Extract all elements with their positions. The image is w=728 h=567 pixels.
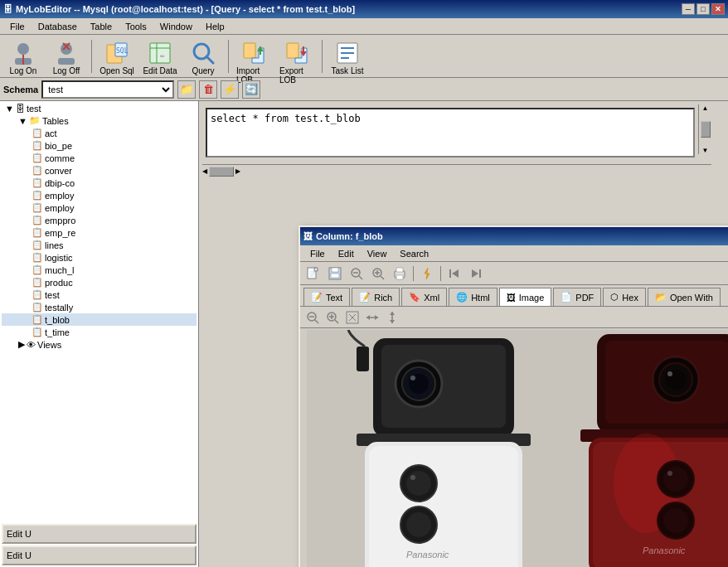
tree-item-much[interactable]: 📋 much_l xyxy=(2,264,197,276)
tree-item-testally[interactable]: 📋 testally xyxy=(2,301,197,313)
schema-delete-btn[interactable]: 🗑 xyxy=(199,80,217,99)
scroll-thumb[interactable] xyxy=(701,121,711,138)
menu-table[interactable]: Table xyxy=(84,20,119,33)
svg-marker-44 xyxy=(425,268,430,279)
table-icon: 📋 xyxy=(32,240,43,250)
tree-item-lines[interactable]: 📋 lines xyxy=(2,239,197,251)
menu-help[interactable]: Help xyxy=(199,20,231,33)
scroll-up-arrow[interactable]: ▲ xyxy=(702,104,709,112)
schema-select[interactable]: test xyxy=(41,80,174,99)
tab-rich[interactable]: 📝 Rich xyxy=(352,288,400,306)
tab-open-with[interactable]: 📂 Open With xyxy=(648,288,721,306)
tree-item-comme[interactable]: 📋 comme xyxy=(2,152,197,164)
dialog-back-btn[interactable] xyxy=(444,264,464,283)
zoom-out-btn[interactable] xyxy=(303,309,322,326)
import-lob-button[interactable]: Import LOB xyxy=(234,37,274,75)
zoom-width-btn[interactable] xyxy=(363,309,381,326)
tab-pdf-label: PDF xyxy=(575,293,594,303)
tree-item-empre[interactable]: 📋 emp_re xyxy=(2,226,197,239)
query-scrollbar-h[interactable]: ◀ ▶ xyxy=(202,164,711,177)
edit-data-button[interactable]: ✏ Edit Data xyxy=(140,37,180,75)
zoom-fit-btn[interactable] xyxy=(343,309,362,326)
tree-item-employ1[interactable]: 📋 employ xyxy=(2,189,197,201)
tab-rich-icon: 📝 xyxy=(359,292,371,303)
dialog-menu-view[interactable]: View xyxy=(361,247,394,260)
close-button[interactable]: ✕ xyxy=(711,3,725,15)
tree-item-conver[interactable]: 📋 conver xyxy=(2,164,197,177)
scroll-right-arrow[interactable]: ▶ xyxy=(235,167,240,175)
schema-refresh-btn[interactable]: 🔄 xyxy=(242,80,260,99)
logon-button[interactable]: Log On xyxy=(3,37,43,75)
edit-button-2[interactable]: Edit U xyxy=(2,545,197,565)
task-list-button[interactable]: Task List xyxy=(328,37,367,75)
tree-views-folder[interactable]: ▶ 👁 Views xyxy=(2,338,197,351)
tab-html[interactable]: 🌐 Html xyxy=(449,288,497,306)
maximize-button[interactable]: □ xyxy=(696,3,710,15)
menu-window[interactable]: Window xyxy=(153,20,199,33)
task-list-icon xyxy=(334,40,361,66)
tree-item-employ2[interactable]: 📋 employ xyxy=(2,201,197,214)
table-icon: 📋 xyxy=(32,153,43,163)
zoom-height-btn[interactable] xyxy=(383,309,401,326)
title-bar-left: 🗄 MyLobEditor -- Mysql (root@localhost:t… xyxy=(3,4,355,14)
schema-bar: Schema test 📁 🗑 ⚡ 🔄 xyxy=(0,78,728,101)
dialog-forward-btn[interactable] xyxy=(466,264,486,283)
query-button[interactable]: Query xyxy=(183,37,223,75)
tab-hex[interactable]: ⬡ Hex xyxy=(603,288,646,306)
tree-item-bio[interactable]: 📋 bio_pe xyxy=(2,139,197,152)
menu-database[interactable]: Database xyxy=(32,20,84,33)
logon-label: Log On xyxy=(10,66,37,75)
dialog-menu-edit[interactable]: Edit xyxy=(332,247,361,260)
tab-pdf[interactable]: 📄 PDF xyxy=(553,288,601,306)
tree-item-emppro[interactable]: 📋 emppro xyxy=(2,214,197,226)
menu-tools[interactable]: Tools xyxy=(119,20,153,33)
tree-item-t-time[interactable]: 📋 t_time xyxy=(2,326,197,338)
tree-item-t-blob[interactable]: 📋 t_blob xyxy=(2,313,197,326)
tab-image[interactable]: 🖼 Image xyxy=(499,288,552,306)
svg-line-38 xyxy=(381,276,384,279)
tab-open-with-label: Open With xyxy=(670,293,713,303)
phones-image: Panasonic xyxy=(307,330,728,568)
tree-root[interactable]: ▼ 🗄 test xyxy=(2,103,197,114)
tree-item-label: logistic xyxy=(45,253,73,263)
tree-item-label: act xyxy=(45,128,57,138)
schema-lightning-btn[interactable]: ⚡ xyxy=(221,80,239,99)
svg-point-3 xyxy=(61,43,72,55)
tree-item-produc[interactable]: 📋 produc xyxy=(2,276,197,288)
dialog-zoom-out-btn[interactable] xyxy=(347,264,366,283)
dialog-zoom-in-btn[interactable] xyxy=(368,264,388,283)
scroll-left-arrow[interactable]: ◀ xyxy=(202,167,207,175)
dialog-save-btn[interactable] xyxy=(325,264,345,283)
tree-item-dbip[interactable]: 📋 dbip-co xyxy=(2,177,197,189)
tree-item-act[interactable]: 📋 act xyxy=(2,127,197,139)
tree-item-test[interactable]: 📋 test xyxy=(2,288,197,301)
tree-item-label: employ xyxy=(45,203,74,213)
query-editor[interactable] xyxy=(206,108,695,158)
tab-xml[interactable]: 🔖 Xml xyxy=(401,288,447,306)
tab-text[interactable]: 📝 Text xyxy=(303,288,350,306)
scroll-h-thumb[interactable] xyxy=(209,167,234,177)
zoom-in-btn[interactable] xyxy=(323,309,342,326)
query-scrollbar-v[interactable]: ▲ ▼ xyxy=(698,104,711,154)
tree-root-label: test xyxy=(27,104,41,114)
dialog-lightning-btn[interactable] xyxy=(417,264,437,283)
dialog-print-btn[interactable] xyxy=(390,264,410,283)
open-sql-button[interactable]: SQL Open Sql xyxy=(97,37,137,75)
dialog-new-btn[interactable]: 📄 xyxy=(303,264,323,283)
svg-rect-43 xyxy=(396,275,403,279)
logoff-button[interactable]: Log Off xyxy=(46,37,86,75)
minimize-button[interactable]: ─ xyxy=(682,3,695,15)
dialog-menu-file[interactable]: File xyxy=(303,247,332,260)
tree-item-logistic[interactable]: 📋 logistic xyxy=(2,251,197,264)
export-lob-button[interactable]: Export LOB xyxy=(277,37,317,75)
edit-button-1[interactable]: Edit U xyxy=(2,524,197,544)
tree-item-label: bio_pe xyxy=(45,141,72,151)
tree-item-label: testally xyxy=(45,303,73,313)
scroll-down-arrow[interactable]: ▼ xyxy=(702,147,709,154)
menu-file[interactable]: File xyxy=(3,20,32,33)
schema-open-btn[interactable]: 📁 xyxy=(177,80,196,99)
tab-image-label: Image xyxy=(519,293,545,303)
tree-tables-folder[interactable]: ▼ 📁 Tables xyxy=(2,114,197,127)
expand-icon: ▼ xyxy=(5,104,14,114)
dialog-menu-search[interactable]: Search xyxy=(393,247,435,260)
